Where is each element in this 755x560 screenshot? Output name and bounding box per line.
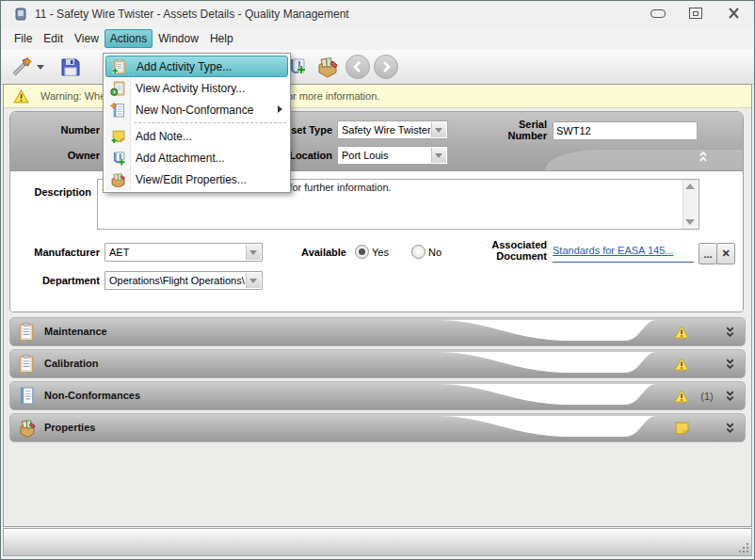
warning-icon [13,89,29,104]
clipboard-icon [18,322,35,342]
manufacturer-value: AET [109,247,245,258]
section-count: (1) [699,391,715,402]
app-icon [14,8,27,21]
asset-type-value: Safety Wire Twister [342,124,430,136]
section-calibration[interactable]: Calibration [9,349,746,378]
view-activity-history-icon [105,80,130,96]
expand-section-icon[interactable] [725,326,735,338]
section-non-conformances[interactable]: Non-Conformances (1) [9,381,746,410]
description-label: Description [10,186,91,198]
menu-separator [134,122,286,123]
properties-button[interactable] [313,53,344,81]
chevron-down-icon[interactable] [431,148,446,163]
clear-document-button[interactable]: ✕ [716,243,735,264]
menu-window[interactable]: Window [153,29,204,48]
menu-item-label: View/Edit Properties... [136,173,247,186]
tools-dropdown-button[interactable] [7,53,48,81]
available-label: Available [288,247,346,258]
back-button[interactable] [345,53,370,81]
menu-item-label: Add Activity Type... [137,60,232,73]
warning-icon [674,326,689,339]
title-bar: 11 - Safety Wire Twister - Assets Detail… [1,1,754,27]
section-label: Calibration [44,358,98,369]
department-value: Operations\Flight Operations\ [109,275,245,286]
new-non-conformance-icon [105,102,130,118]
section-label: Properties [44,422,95,433]
available-yes-radio[interactable] [355,245,369,259]
warning-icon [674,358,689,371]
menu-item-add-activity-type[interactable]: Add Activity Type... [105,56,288,77]
app-window: 11 - Safety Wire Twister - Assets Detail… [0,0,755,560]
browse-document-button[interactable]: ... [699,243,717,264]
section-swoosh [10,318,745,345]
menu-item-view-activity-history[interactable]: View Activity History... [105,77,288,99]
menu-item-new-non-conformance[interactable]: New Non-Conformance [105,99,288,120]
menu-item-label: Add Attachment... [136,152,225,165]
expand-section-icon[interactable] [725,390,735,402]
menu-item-add-note[interactable]: Add Note... [105,125,288,147]
close-icon[interactable] [726,7,741,20]
actions-menu-popup: Add Activity Type... View Activity Histo… [103,53,291,193]
chevron-down-icon[interactable] [246,273,261,288]
menu-file[interactable]: File [8,29,38,48]
add-note-icon [105,128,130,144]
clipboard-icon [18,354,35,374]
section-label: Non-Conformances [44,390,140,401]
save-button[interactable] [56,53,86,81]
section-label: Maintenance [44,326,107,337]
submenu-arrow-icon [278,105,282,113]
serial-number-label: Serial Number [489,119,547,141]
scroll-up-icon[interactable] [685,184,695,189]
location-value: Port Louis [342,150,430,161]
manufacturer-label: Manufacturer [10,247,100,258]
document-icon [18,386,35,406]
card-file-icon [18,418,37,438]
menu-item-view-edit-properties[interactable]: View/Edit Properties... [105,168,288,190]
number-label: Number [10,124,100,136]
status-bar [3,528,752,556]
menu-bar: File Edit View Actions Window Help [1,27,754,50]
chevron-down-icon[interactable] [431,122,446,137]
location-select[interactable]: Port Louis [337,146,448,165]
back-icon [345,55,370,79]
menu-item-add-attachment[interactable]: Add Attachment... [105,147,288,168]
expand-section-icon[interactable] [725,422,735,434]
forward-icon [374,55,398,79]
available-no-radio[interactable] [411,245,426,259]
menu-help[interactable]: Help [204,29,239,48]
asset-type-select[interactable]: Safety Wire Twister [337,120,448,139]
resize-grip[interactable] [737,541,748,552]
available-no-label: No [428,247,442,258]
minimize-icon[interactable] [651,7,666,20]
menu-edit[interactable]: Edit [38,29,69,48]
scroll-down-icon[interactable] [685,219,695,225]
section-maintenance[interactable]: Maintenance [9,317,746,346]
scrollbar[interactable] [683,180,699,229]
menu-item-label: View Activity History... [136,82,245,95]
window-controls [651,7,741,20]
department-label: Department [10,275,100,286]
owner-label: Owner [10,150,100,161]
note-icon [675,422,689,435]
properties-icon [316,56,341,78]
add-attachment-icon [105,150,130,166]
menu-item-label: Add Note... [136,130,192,143]
menu-view[interactable]: View [69,29,104,48]
manufacturer-select[interactable]: AET [104,243,263,262]
window-title: 11 - Safety Wire Twister - Assets Detail… [35,8,349,21]
serial-number-input[interactable] [553,121,698,140]
section-properties[interactable]: Properties [9,413,746,442]
chevron-down-icon[interactable] [246,245,261,260]
chevron-down-icon [37,65,44,70]
menu-actions[interactable]: Actions [104,29,153,48]
department-select[interactable]: Operations\Flight Operations\ [104,271,263,290]
associated-document-link[interactable]: Standards for EASA 145... [553,245,694,263]
associated-document-label: Associated Document [470,239,547,262]
forward-button[interactable] [374,53,398,81]
available-yes-label: Yes [372,247,389,258]
expand-section-icon[interactable] [725,358,735,370]
maximize-icon[interactable] [688,7,703,20]
collapse-panel-icon[interactable] [698,150,709,167]
section-swoosh [10,350,745,377]
header-swoosh [545,150,743,170]
